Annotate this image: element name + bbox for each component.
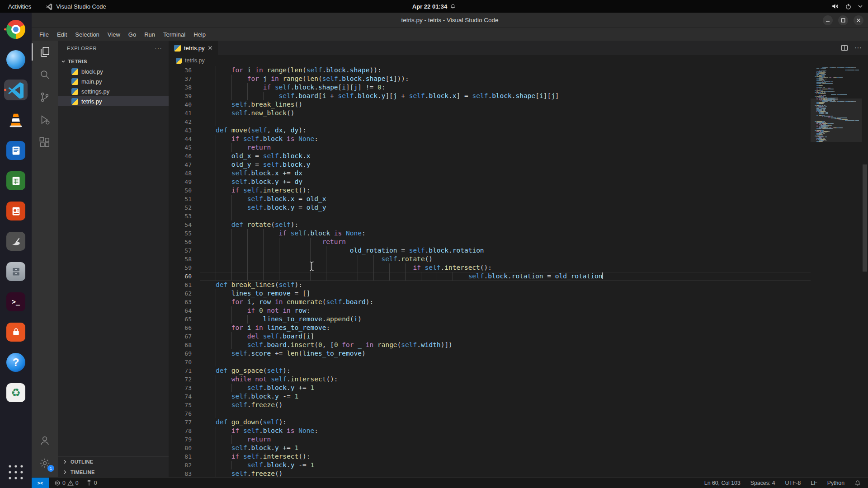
files-app-icon[interactable] bbox=[4, 261, 28, 282]
line-number[interactable]: 81 bbox=[169, 452, 192, 461]
code-line-83[interactable]: 83 self.freeze() bbox=[169, 469, 811, 477]
language-mode-status[interactable]: Python bbox=[825, 480, 847, 486]
ubuntu-software-icon[interactable] bbox=[4, 322, 28, 343]
blue-sphere-app-icon[interactable] bbox=[4, 49, 28, 70]
code-line-72[interactable]: 72 while not self.intersect(): bbox=[169, 375, 811, 384]
code-line-61[interactable]: 61 def break_lines(self): bbox=[169, 281, 811, 289]
vlc-icon[interactable] bbox=[4, 110, 28, 131]
code-line-71[interactable]: 71 def go_space(self): bbox=[169, 366, 811, 375]
code-line-58[interactable]: 58 self.rotate() bbox=[169, 255, 811, 263]
menu-item-selection[interactable]: Selection bbox=[71, 30, 103, 39]
code-line-64[interactable]: 64 if 0 not in row: bbox=[169, 306, 811, 315]
line-number[interactable]: 40 bbox=[169, 100, 192, 109]
code-area[interactable]: 36 for i in range(len(self.block.shape))… bbox=[169, 66, 811, 477]
remote-indicator[interactable]: >< bbox=[32, 478, 49, 488]
minimap-slider[interactable] bbox=[811, 99, 862, 142]
line-number[interactable]: 78 bbox=[169, 427, 192, 435]
close-button[interactable] bbox=[854, 15, 863, 25]
notifications-bell-icon[interactable] bbox=[852, 480, 863, 486]
trash-icon[interactable]: ♻ bbox=[4, 382, 28, 403]
line-number[interactable]: 54 bbox=[169, 221, 192, 229]
line-number[interactable]: 72 bbox=[169, 375, 192, 384]
code-line-54[interactable]: 54 def rotate(self): bbox=[169, 221, 811, 229]
line-number[interactable]: 51 bbox=[169, 195, 192, 203]
line-number[interactable]: 36 bbox=[169, 66, 192, 75]
code-line-70[interactable]: 70 bbox=[169, 358, 811, 366]
source-control-icon[interactable] bbox=[32, 86, 58, 108]
line-number[interactable]: 53 bbox=[169, 212, 192, 221]
libreoffice-writer-icon[interactable] bbox=[4, 140, 28, 161]
code-line-65[interactable]: 65 lines_to_remove.append(i) bbox=[169, 315, 811, 324]
explorer-actions-icon[interactable]: ··· bbox=[155, 45, 162, 52]
project-section-tetris[interactable]: TETRIS bbox=[58, 56, 169, 66]
editor-scrollbar[interactable] bbox=[862, 66, 868, 477]
code-line-43[interactable]: 43 def move(self, dx, dy): bbox=[169, 126, 811, 135]
code-line-79[interactable]: 79 return bbox=[169, 435, 811, 444]
tab-tetris-py[interactable]: tetris.py bbox=[169, 41, 218, 55]
line-number[interactable]: 44 bbox=[169, 135, 192, 143]
code-line-82[interactable]: 82 self.block.y -= 1 bbox=[169, 461, 811, 469]
line-number[interactable]: 71 bbox=[169, 366, 192, 375]
code-line-59[interactable]: 59 if self.intersect(): bbox=[169, 263, 811, 272]
line-number[interactable]: 83 bbox=[169, 469, 192, 477]
code-line-53[interactable]: 53 bbox=[169, 212, 811, 221]
line-number[interactable]: 64 bbox=[169, 306, 192, 315]
line-number[interactable]: 58 bbox=[169, 255, 192, 263]
code-line-38[interactable]: 38 if self.block.shape[i][j] != 0: bbox=[169, 83, 811, 92]
line-number[interactable]: 82 bbox=[169, 461, 192, 469]
line-number[interactable]: 56 bbox=[169, 238, 192, 246]
line-number[interactable]: 59 bbox=[169, 263, 192, 272]
help-app-icon[interactable]: ? bbox=[4, 352, 28, 373]
explorer-icon[interactable] bbox=[32, 41, 58, 63]
clock[interactable]: Apr 22 01:34 bbox=[412, 3, 456, 10]
code-line-63[interactable]: 63 for i, row in enumerate(self.board): bbox=[169, 298, 811, 306]
close-tab-icon[interactable] bbox=[208, 46, 212, 50]
chrome-icon[interactable] bbox=[4, 19, 28, 40]
file-item-tetris.py[interactable]: tetris.py bbox=[58, 96, 169, 106]
focused-app-indicator[interactable]: Visual Studio Code bbox=[39, 0, 112, 13]
code-line-77[interactable]: 77 def go_down(self): bbox=[169, 418, 811, 427]
code-line-55[interactable]: 55 if self.block is None: bbox=[169, 229, 811, 238]
code-line-68[interactable]: 68 self.board.insert(0, [0 for _ in rang… bbox=[169, 341, 811, 349]
breadcrumb-item-file[interactable]: tetris.py bbox=[185, 57, 205, 64]
line-number[interactable]: 70 bbox=[169, 358, 192, 366]
code-line-76[interactable]: 76 bbox=[169, 409, 811, 418]
code-line-46[interactable]: 46 old_x = self.block.x bbox=[169, 152, 811, 160]
code-line-69[interactable]: 69 self.score += len(lines_to_remove) bbox=[169, 349, 811, 358]
line-number[interactable]: 75 bbox=[169, 401, 192, 409]
encoding-status[interactable]: UTF-8 bbox=[783, 480, 804, 486]
minimize-button[interactable] bbox=[823, 15, 833, 25]
line-number[interactable]: 69 bbox=[169, 349, 192, 358]
line-number[interactable]: 48 bbox=[169, 169, 192, 178]
run-debug-icon[interactable] bbox=[32, 108, 58, 131]
line-number[interactable]: 57 bbox=[169, 246, 192, 255]
indentation-status[interactable]: Spaces: 4 bbox=[748, 480, 778, 486]
extensions-icon[interactable] bbox=[32, 131, 58, 154]
gimp-icon[interactable] bbox=[4, 231, 28, 252]
line-number[interactable]: 77 bbox=[169, 418, 192, 427]
code-line-60[interactable]: 60 self.block.rotation = old_rotation bbox=[169, 272, 811, 281]
menu-item-help[interactable]: Help bbox=[189, 30, 210, 39]
code-line-78[interactable]: 78 if self.block is None: bbox=[169, 427, 811, 435]
line-number[interactable]: 46 bbox=[169, 152, 192, 160]
line-number[interactable]: 73 bbox=[169, 384, 192, 392]
libreoffice-calc-icon[interactable] bbox=[4, 170, 28, 191]
account-icon[interactable] bbox=[32, 429, 58, 452]
volume-icon[interactable] bbox=[831, 3, 839, 10]
file-item-block.py[interactable]: block.py bbox=[58, 66, 169, 76]
line-number[interactable]: 42 bbox=[169, 117, 192, 126]
eol-status[interactable]: LF bbox=[808, 480, 820, 486]
ports-status[interactable]: 0 bbox=[83, 480, 100, 486]
code-line-50[interactable]: 50 if self.intersect(): bbox=[169, 186, 811, 195]
code-line-41[interactable]: 41 self.new_block() bbox=[169, 109, 811, 117]
title-bar[interactable]: tetris.py - tetris - Visual Studio Code bbox=[32, 13, 868, 28]
code-line-36[interactable]: 36 for i in range(len(self.block.shape))… bbox=[169, 66, 811, 75]
libreoffice-impress-icon[interactable] bbox=[4, 201, 28, 221]
chevron-down-icon[interactable] bbox=[858, 4, 863, 9]
maximize-button[interactable] bbox=[838, 15, 848, 25]
line-number[interactable]: 47 bbox=[169, 160, 192, 169]
code-line-39[interactable]: 39 self.board[i + self.block.y][j + self… bbox=[169, 92, 811, 100]
code-line-51[interactable]: 51 self.block.x = old_x bbox=[169, 195, 811, 203]
minimap[interactable] bbox=[811, 66, 862, 477]
app-grid-icon[interactable] bbox=[4, 462, 28, 483]
